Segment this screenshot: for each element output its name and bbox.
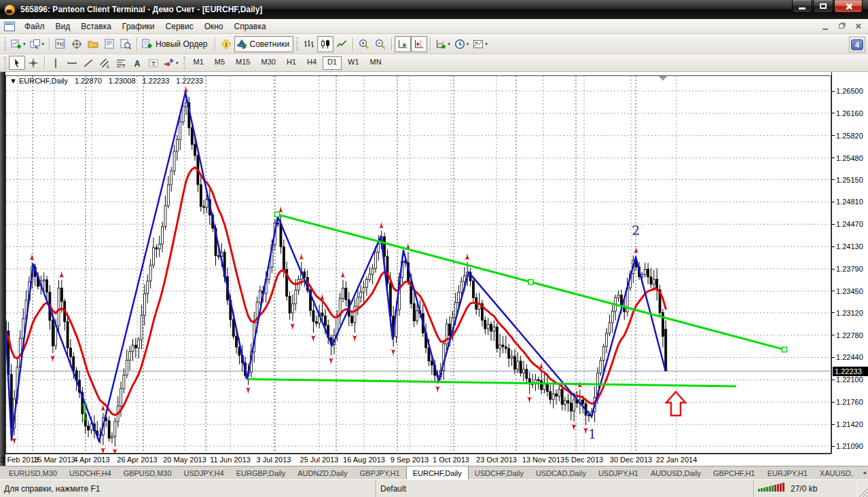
close-button[interactable] [834, 0, 863, 13]
menu-item-Вставка[interactable]: Вставка [75, 20, 117, 33]
crosshair-tool-button[interactable] [25, 56, 41, 70]
candles-icon [320, 39, 331, 50]
chart-tab-EURJPYH1[interactable]: EURJPY,H1 [761, 467, 814, 479]
toolbar-grip[interactable] [295, 37, 299, 51]
chart-tab-USDCHFDaily[interactable]: USDCHF,Daily [469, 467, 530, 479]
navigator-icon [88, 39, 98, 50]
indicators-button[interactable]: ▾ [433, 36, 452, 52]
date-axis[interactable]: 22 Feb 201315 Mar 20134 Apr 201326 Apr 2… [5, 454, 831, 466]
menu-item-Файл[interactable]: Файл [19, 20, 50, 33]
chartshift-icon [414, 39, 424, 50]
datawin-icon [71, 39, 82, 50]
timeframe-H1-button[interactable]: H1 [282, 56, 301, 70]
timeframe-M1-button[interactable]: M1 [189, 56, 209, 70]
date-tick: 23 Oct 2013 [471, 456, 522, 464]
timeframe-M5-button[interactable]: M5 [210, 56, 230, 70]
toolbar-grip[interactable] [3, 56, 7, 70]
textlabel-icon: T [148, 58, 159, 69]
menu-item-Графики[interactable]: Графики [117, 20, 160, 33]
text-label-tool-button[interactable]: T [145, 56, 162, 70]
channel-tool-button[interactable]: E [96, 56, 113, 70]
svg-text:A: A [134, 58, 141, 68]
chart-tab-GBPCHFH1[interactable]: GBPCHF,H1 [707, 467, 761, 479]
price-tick: 1.24810 [832, 198, 868, 206]
zoom-out-button[interactable] [372, 36, 388, 52]
price-chart[interactable]: 12▼ EURCHF,Daily1.228701.230081.222331.2… [5, 72, 831, 454]
vertical-line-tool-button[interactable] [48, 56, 64, 70]
chart-tab-GBPJPYH1[interactable]: GBPJPY,H1 [354, 467, 406, 479]
strategy-tester-button[interactable] [117, 36, 134, 52]
title-bar[interactable]: 565896: Panteon Client Terminal - Демо С… [0, 0, 868, 19]
price-axis[interactable]: 1.265001.261601.258201.254801.251501.248… [831, 72, 868, 454]
chart-tab-USDCADDaily[interactable]: USDCAD,Daily [530, 467, 592, 479]
expert-advisors-button[interactable]: Советники [234, 36, 294, 52]
timeframe-M30-button[interactable]: M30 [256, 56, 280, 70]
menu-item-Справка[interactable]: Справка [229, 20, 272, 33]
chart-tab-AUDNZDDaily[interactable]: AUDNZD,Daily [291, 467, 353, 479]
chart-tab-EURGBPDaily[interactable]: EURGBP,Daily [230, 467, 292, 479]
chart-document-icon[interactable] [4, 22, 15, 31]
chart-tab-AUDUSDDaily[interactable]: AUDUSD,Daily [645, 467, 707, 479]
line-chart-mode-button[interactable] [333, 36, 350, 52]
date-tick: 25 Jul 2013 [293, 456, 345, 464]
price-tick: 1.21420 [832, 420, 868, 429]
channel-icon: E [99, 58, 110, 69]
close-icon [845, 3, 852, 10]
navigator-button[interactable] [85, 36, 101, 52]
mdi-restore-button[interactable] [834, 20, 849, 33]
timeframes-toolbar: M1M5M15M30H1H4D1W1MN [188, 56, 387, 70]
chart-tab-GBPUSDM30[interactable]: GBPUSD,M30 [117, 467, 178, 479]
timeframe-M15-button[interactable]: M15 [231, 56, 255, 70]
profiles-button[interactable]: ▾ [28, 36, 47, 52]
zoom-in-button[interactable] [356, 36, 372, 52]
data-window-button[interactable] [69, 36, 85, 52]
minimize-button[interactable] [792, 0, 812, 13]
timeframe-H4-button[interactable]: H4 [302, 56, 321, 70]
chart-tab-USDCHFH4[interactable]: USDCHF,H4 [63, 467, 117, 479]
timeframe-MN-button[interactable]: MN [365, 56, 386, 70]
menu-item-Сервис[interactable]: Сервис [160, 20, 199, 33]
toolbar-separator [137, 37, 137, 51]
fibo-icon: F [115, 58, 126, 69]
resize-grip[interactable] [857, 480, 868, 497]
chevron-down-icon: ▾ [23, 41, 26, 47]
templates-button[interactable]: ▾ [471, 36, 490, 52]
bar-chart-mode-button[interactable] [301, 36, 317, 52]
maximize-button[interactable] [813, 0, 833, 13]
timeframe-D1-button[interactable]: D1 [323, 56, 342, 70]
horizontal-line-tool-button[interactable] [64, 56, 80, 70]
arrows-tool-button[interactable]: ▾ [162, 56, 181, 70]
status-profile[interactable]: Default [376, 480, 754, 497]
new-order-button[interactable]: Новый Ордер [140, 36, 211, 52]
chart-tab-USDJPYH1[interactable]: USDJPY,H1 [592, 467, 645, 479]
terminal-button[interactable] [101, 36, 117, 52]
notification-button[interactable]: 4 [849, 37, 865, 52]
tab-scroll-left-button[interactable]: ◄ [859, 467, 868, 478]
timeframe-W1-button[interactable]: W1 [343, 56, 364, 70]
market-watch-button[interactable] [52, 36, 69, 52]
menu-item-Окно[interactable]: Окно [199, 20, 229, 33]
mdi-close-button[interactable] [850, 20, 865, 33]
metaeditor-button[interactable]: ! [218, 36, 234, 52]
price-tick: 1.22440 [832, 353, 868, 362]
bars-icon [304, 39, 314, 50]
chart-tab-XAUUSD[interactable]: XAUUSD, [814, 467, 859, 479]
chart-tab-USDJPYH4[interactable]: USDJPY,H4 [178, 467, 230, 479]
chart-tab-EURUSDM30[interactable]: EURUSD,M30 [3, 467, 63, 479]
auto-scroll-button[interactable] [395, 36, 411, 52]
mdi-minimize-button[interactable] [818, 20, 833, 33]
trendline-tool-button[interactable] [80, 56, 96, 70]
periods-button[interactable]: ▾ [452, 36, 471, 52]
menu-bar: ФайлВидВставкаГрафикиСервисОкноСправка [0, 19, 868, 34]
text-tool-button[interactable]: A [129, 56, 145, 70]
new-chart-button[interactable]: ▾ [9, 36, 28, 52]
menu-item-Вид[interactable]: Вид [50, 20, 76, 33]
candle-chart-mode-button[interactable] [317, 36, 333, 52]
price-tick: 1.25150 [832, 176, 868, 185]
chart-tab-EURCHFDaily[interactable]: EURCHF,Daily [406, 466, 469, 479]
fibonacci-tool-button[interactable]: F [113, 56, 129, 70]
toolbar-separator [391, 37, 392, 51]
cursor-tool-button[interactable] [9, 56, 25, 70]
toolbar-grip[interactable] [3, 37, 7, 51]
chart-shift-button[interactable] [411, 36, 427, 52]
